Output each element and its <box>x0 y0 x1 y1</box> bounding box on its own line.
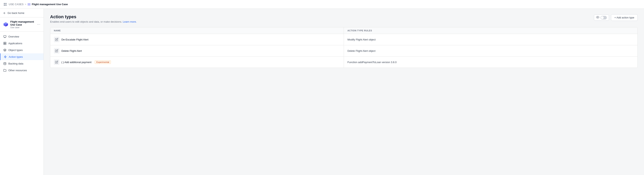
add-action-type-button[interactable]: + Add action type <box>611 14 638 21</box>
table-cell-rule-3: Function addPaymentToLoan version 3.8.0 <box>344 57 638 68</box>
row-1-rule: Modify Flight Alert object <box>348 38 376 41</box>
svg-rect-3 <box>5 4 6 6</box>
action-type-icon-2 <box>54 48 60 54</box>
content-actions: + Add action type <box>594 14 638 21</box>
svg-rect-1 <box>5 3 6 4</box>
sidebar-item-overview[interactable]: Overview <box>0 33 44 40</box>
zap-icon <box>4 55 7 58</box>
column-header-name: NAME <box>50 27 344 34</box>
table-row[interactable]: Delete Flight Alert Delete Flight Alert … <box>50 45 638 57</box>
sidebar-item-action-types-label: Action types <box>9 55 23 58</box>
project-icon <box>3 22 8 27</box>
sidebar-item-action-types[interactable]: Action types <box>0 53 44 60</box>
svg-rect-9 <box>5 42 6 43</box>
monitor-icon <box>3 35 6 38</box>
sidebar-item-backing-data[interactable]: Backing data <box>0 60 44 67</box>
breadcrumb-current: Flight management Use Case <box>32 3 68 6</box>
sidebar-project: Flight management Use Case Use case ··· <box>0 17 44 31</box>
breadcrumb: USE CASES > Flight management Use Case <box>9 3 68 6</box>
visibility-toggle[interactable] <box>600 16 607 19</box>
go-back-label: Go back home <box>8 11 24 14</box>
svg-rect-0 <box>4 3 5 4</box>
svg-rect-7 <box>4 35 6 37</box>
row-3-name: ( ) Add additional payment <box>62 61 92 64</box>
sidebar-item-applications[interactable]: Applications <box>0 40 44 47</box>
action-types-table: NAME ACTION TYPE RULES De-Escalate Fligh… <box>50 27 638 68</box>
sidebar-item-other-resources-label: Other resources <box>8 69 27 72</box>
sidebar-item-backing-data-label: Backing data <box>8 62 23 65</box>
eye-icon <box>596 16 599 19</box>
description-text: Enables end-users to edit objects and da… <box>50 20 122 23</box>
page-description: Enables end-users to edit objects and da… <box>50 20 137 23</box>
folder-icon <box>3 69 6 72</box>
svg-rect-8 <box>4 42 5 43</box>
table-row[interactable]: ( ) Add additional payment Experimental … <box>50 57 638 68</box>
table-cell-name-2: Delete Flight Alert <box>50 45 344 56</box>
action-type-icon-1 <box>54 37 60 42</box>
row-2-name: Delete Flight Alert <box>62 49 82 52</box>
breadcrumb-project-icon <box>28 3 30 6</box>
table-cell-name-1: De-Escalate Flight Alert <box>50 34 344 45</box>
sidebar-item-object-types-label: Object types <box>8 49 23 52</box>
more-options-button[interactable]: ··· <box>37 23 40 26</box>
svg-rect-2 <box>4 4 5 6</box>
visibility-toggle-wrap <box>594 14 609 21</box>
table-cell-rule-1: Modify Flight Alert object <box>344 34 638 45</box>
sidebar-item-other-resources[interactable]: Other resources <box>0 67 44 74</box>
main-layout: Go back home Flight management Use Case … <box>0 9 644 175</box>
table-header: NAME ACTION TYPE RULES <box>50 27 638 34</box>
svg-point-12 <box>4 62 6 63</box>
row-1-name: De-Escalate Flight Alert <box>62 38 88 41</box>
row-3-rule: Function addPaymentToLoan version 3.8.0 <box>348 61 396 64</box>
table-cell-rule-2: Delete Flight Alert object <box>344 45 638 56</box>
sidebar-item-applications-label: Applications <box>8 42 22 45</box>
sidebar: Go back home Flight management Use Case … <box>0 9 44 175</box>
learn-more-link[interactable]: Learn more. <box>123 20 137 23</box>
use-cases-icon <box>3 2 7 6</box>
action-type-icon-3 <box>54 59 60 65</box>
table-row[interactable]: De-Escalate Flight Alert Modify Flight A… <box>50 34 638 45</box>
database-icon <box>3 62 6 65</box>
page-title: Action types <box>50 14 137 19</box>
sidebar-nav: Overview Applications <box>0 31 44 175</box>
column-header-rules: ACTION TYPE RULES <box>344 27 638 34</box>
content-header: Action types Enables end-users to edit o… <box>50 14 638 23</box>
content-area: Action types Enables end-users to edit o… <box>44 9 644 175</box>
experimental-badge: Experimental <box>94 60 111 64</box>
content-title-area: Action types Enables end-users to edit o… <box>50 14 137 23</box>
project-name: Flight management Use Case <box>10 20 37 26</box>
go-back-home-button[interactable]: Go back home <box>0 9 44 17</box>
grid-icon <box>3 42 6 45</box>
table-cell-name-3: ( ) Add additional payment Experimental <box>50 57 344 68</box>
project-info: Flight management Use Case Use case <box>3 20 37 28</box>
project-type: Use case <box>10 26 37 28</box>
sidebar-item-overview-label: Overview <box>8 35 19 38</box>
breadcrumb-separator: > <box>25 3 26 6</box>
row-2-rule: Delete Flight Alert object <box>348 49 376 52</box>
svg-rect-10 <box>4 43 5 45</box>
svg-rect-11 <box>5 43 6 45</box>
topbar: USE CASES > Flight management Use Case <box>0 0 644 9</box>
breadcrumb-use-cases[interactable]: USE CASES <box>9 3 24 6</box>
project-text: Flight management Use Case Use case <box>10 20 37 28</box>
svg-point-13 <box>597 17 598 18</box>
sidebar-item-object-types[interactable]: Object types <box>0 47 44 53</box>
arrow-left-icon <box>3 12 6 14</box>
box-icon <box>3 48 6 52</box>
